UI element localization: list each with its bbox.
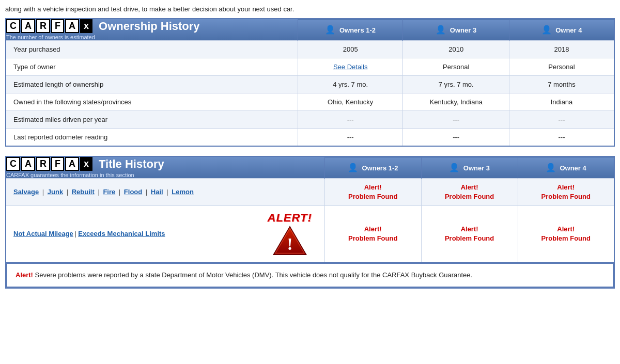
- ownership-row-val-5-0: ---: [298, 129, 402, 147]
- logo-f: F: [51, 19, 64, 33]
- title-owner-3-header: 👤 Owner 3: [421, 156, 518, 179]
- alert-triangle-icon: !: [272, 225, 308, 257]
- title-owner-1-2-label: Owners 1-2: [362, 164, 398, 172]
- see-details-link[interactable]: See Details: [333, 63, 367, 71]
- title-logo-c: C: [6, 157, 20, 171]
- carfax-logo-title: C A R F A x: [6, 157, 92, 171]
- title-subtitle: CARFAX guarantees the information in thi…: [6, 172, 324, 178]
- sep7: |: [75, 229, 76, 240]
- ownership-header-main: C A R F A x Ownership History The number…: [6, 19, 298, 41]
- ownership-row-2: Estimated length of ownership4 yrs. 7 mo…: [6, 76, 614, 93]
- ownership-row-val-0-1: 2010: [403, 41, 509, 58]
- page-wrapper: along with a vehicle inspection and test…: [5, 5, 615, 289]
- problem-text-2c: Alert!Problem Found: [525, 225, 607, 243]
- title-row2-links-area: Not Actual Mileage | Exceeds Mechanical …: [6, 206, 324, 263]
- title-history-table: C A R F A x Title History CARFAX guarant…: [5, 156, 615, 289]
- sep4: |: [117, 188, 122, 196]
- owner-4-header: 👤 Owner 4: [509, 19, 614, 41]
- owner-3-header: 👤 Owner 3: [403, 19, 509, 41]
- ownership-row-label-1: Type of owner: [6, 58, 298, 76]
- alert-message-box: Alert! Severe problems were reported by …: [6, 263, 614, 288]
- title-logo-f: F: [51, 157, 64, 171]
- link-exceeds-mechanical[interactable]: Exceeds Mechanical Limits: [78, 229, 165, 240]
- link-salvage[interactable]: Salvage: [13, 188, 39, 196]
- ownership-row-val-0-2: 2018: [509, 41, 614, 58]
- alert-badge: ALERT! !: [262, 211, 317, 257]
- sep6: |: [165, 188, 171, 196]
- ownership-row-label-4: Estimated miles driven per year: [6, 111, 298, 129]
- title-owner-4-label: Owner 4: [560, 164, 586, 172]
- ownership-row-0: Year purchased200520102018: [6, 41, 614, 58]
- problem-cell-1-owner3: Alert!Problem Found: [421, 179, 518, 206]
- owner-icon-1-2: 👤: [325, 25, 335, 35]
- sep2: |: [65, 188, 70, 196]
- title-owner-3-label: Owner 3: [463, 164, 490, 172]
- ownership-row-val-4-1: ---: [403, 111, 509, 129]
- ownership-history-table: C A R F A x Ownership History The number…: [5, 18, 615, 147]
- title-links-row1: Salvage | Junk | Rebuilt | Fire | Flood …: [13, 187, 317, 198]
- link-flood[interactable]: Flood: [124, 188, 142, 196]
- link-fire[interactable]: Fire: [103, 188, 115, 196]
- sep1: |: [40, 188, 46, 196]
- title-header-row: C A R F A x Title History CARFAX guarant…: [6, 156, 614, 179]
- ownership-row-val-1-2: Personal: [509, 58, 614, 76]
- logo-a1: A: [21, 19, 35, 33]
- owner-icon-4: 👤: [541, 25, 552, 35]
- title-owner-4-header: 👤 Owner 4: [518, 156, 614, 179]
- title-links-row2: Not Actual Mileage | Exceeds Mechanical …: [13, 218, 262, 249]
- problem-text-1b: Alert!Problem Found: [429, 183, 510, 201]
- alert-message-label: Alert!: [16, 271, 33, 279]
- ownership-row-label-2: Estimated length of ownership: [6, 76, 298, 93]
- ownership-row-label-0: Year purchased: [6, 41, 298, 58]
- ownership-row-4: Estimated miles driven per year---------: [6, 111, 614, 129]
- alert-message-text: Severe problems were reported by a state…: [33, 271, 472, 279]
- problem-cell-2-owner3: Alert!Problem Found: [421, 206, 518, 263]
- problem-text-2a: Alert!Problem Found: [332, 225, 414, 243]
- logo-a2: A: [65, 19, 79, 33]
- ownership-row-val-3-0: Ohio, Kentucky: [298, 93, 402, 111]
- alert-word: ALERT!: [268, 211, 312, 225]
- intro-text: along with a vehicle inspection and test…: [5, 5, 615, 13]
- logo-x: x: [80, 19, 92, 33]
- ownership-row-val-4-0: ---: [298, 111, 402, 129]
- link-hail[interactable]: Hail: [151, 188, 163, 196]
- ownership-row-1: Type of ownerSee DetailsPersonalPersonal: [6, 58, 614, 76]
- title-row-1: Salvage | Junk | Rebuilt | Fire | Flood …: [6, 179, 614, 206]
- title-owner-icon-3: 👤: [449, 163, 459, 172]
- problem-cell-2-owner12: Alert!Problem Found: [324, 206, 421, 263]
- link-lemon[interactable]: Lemon: [172, 188, 194, 196]
- logo-r: R: [36, 19, 50, 33]
- link-rebuilt[interactable]: Rebuilt: [72, 188, 95, 196]
- ownership-row-val-5-1: ---: [403, 129, 509, 147]
- link-junk[interactable]: Junk: [48, 188, 63, 196]
- ownership-row-val-1-0: See Details: [298, 58, 402, 76]
- ownership-row-label-5: Last reported odometer reading: [6, 129, 298, 147]
- ownership-row-label-3: Owned in the following states/provinces: [6, 93, 298, 111]
- title-logo-a2: A: [65, 157, 79, 171]
- ownership-title: Ownership History: [99, 20, 200, 33]
- title-row1-links-area: Salvage | Junk | Rebuilt | Fire | Flood …: [6, 179, 324, 206]
- ownership-subtitle: The number of owners is estimated: [6, 34, 298, 40]
- link-not-actual-mileage[interactable]: Not Actual Mileage: [13, 229, 73, 240]
- owner-3-label: Owner 3: [450, 26, 476, 34]
- ownership-row-val-3-1: Kentucky, Indiana: [403, 93, 509, 111]
- ownership-row-val-2-1: 7 yrs. 7 mo.: [403, 76, 509, 93]
- owner-1-2-header: 👤 Owners 1-2: [298, 19, 402, 41]
- alert-message-row: Alert! Severe problems were reported by …: [6, 262, 614, 288]
- owner-1-2-label: Owners 1-2: [339, 26, 376, 34]
- problem-text-1c: Alert!Problem Found: [525, 183, 607, 201]
- ownership-row-3: Owned in the following states/provincesO…: [6, 93, 614, 111]
- title-row-2: Not Actual Mileage | Exceeds Mechanical …: [6, 206, 614, 263]
- ownership-row-val-3-2: Indiana: [509, 93, 614, 111]
- ownership-row-val-2-0: 4 yrs. 7 mo.: [298, 76, 402, 93]
- owner-icon-3: 👤: [436, 25, 446, 35]
- svg-text:!: !: [287, 235, 292, 254]
- title-header-main: C A R F A x Title History CARFAX guarant…: [6, 156, 324, 179]
- sep3: |: [96, 188, 102, 196]
- ownership-row-val-1-1: Personal: [403, 58, 509, 76]
- ownership-header-row: C A R F A x Ownership History The number…: [6, 19, 614, 41]
- ownership-row-val-5-2: ---: [509, 129, 614, 147]
- alert-message-td: Alert! Severe problems were reported by …: [6, 262, 614, 288]
- title-logo-a1: A: [21, 157, 35, 171]
- title-owner-icon-1-2: 👤: [348, 163, 358, 172]
